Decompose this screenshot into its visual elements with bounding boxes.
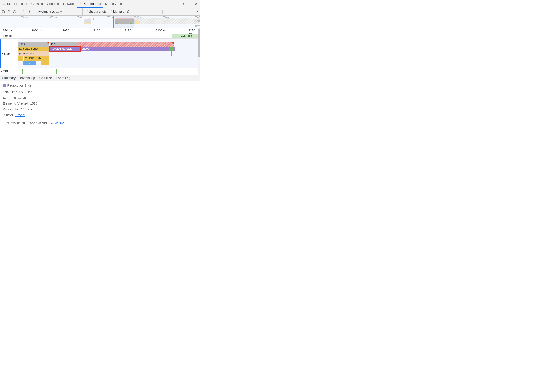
frame-chip[interactable]: 116.7 ms	[172, 34, 201, 38]
flame-bar-set-innerhtml[interactable]: set innerHTML	[24, 56, 49, 61]
tabs-overflow-button[interactable]: »	[118, 2, 123, 6]
summary-key: Initiator	[3, 113, 13, 117]
capture-settings-gear-icon[interactable]	[195, 10, 199, 14]
summary-key: Total Time	[3, 90, 17, 94]
flame-bar-thin[interactable]	[171, 51, 172, 56]
main-flame-track[interactable]: Task Task Evaluate Script Recalculate St…	[18, 38, 201, 68]
screenshots-label: Screenshots	[89, 10, 107, 14]
gpu-label: GPU	[3, 70, 9, 73]
ruler-label: 2100 ms	[94, 29, 105, 32]
ruler-label: 2150 ms	[125, 29, 136, 32]
flame-bar-thin[interactable]	[174, 47, 175, 51]
overview-selection[interactable]	[113, 16, 134, 28]
checkbox-icon	[85, 10, 88, 13]
clear-icon[interactable]	[13, 10, 16, 14]
btab-call-tree[interactable]: Call Tree	[39, 75, 52, 81]
frames-track: Frames 116.7 ms	[0, 33, 201, 38]
btab-summary[interactable]: Summary	[2, 75, 16, 81]
kebab-menu-icon[interactable]	[188, 2, 192, 6]
recording-select-value: jlwagner.net #1	[38, 10, 59, 14]
gpu-track: GPU	[0, 68, 201, 75]
initiator-reveal-link[interactable]: Reveal	[15, 113, 25, 117]
flame-bar-task[interactable]: Task	[18, 42, 49, 47]
summary-value: 19 µs	[18, 96, 26, 100]
svg-point-6	[190, 3, 190, 3]
close-devtools-icon[interactable]	[195, 2, 198, 6]
btab-event-log[interactable]: Event Log	[56, 75, 70, 81]
summary-key: Self Time	[3, 96, 16, 100]
summary-title-text: Recalculate Style	[7, 84, 32, 87]
record-button[interactable]	[2, 10, 5, 14]
flame-bar-long-task[interactable]	[78, 42, 174, 47]
svg-point-8	[190, 5, 190, 5]
tab-console[interactable]: Console	[29, 0, 45, 8]
settings-gear-icon[interactable]	[182, 2, 185, 6]
details-tabs: Summary Bottom-Up Call Tree Event Log	[0, 75, 201, 81]
flame-bar-task[interactable]: Task	[50, 42, 78, 47]
first-inv-location-link[interactable]: VM262:1	[55, 121, 68, 125]
tab-performance[interactable]: Performance	[77, 0, 103, 8]
inspect-tools	[0, 0, 12, 8]
overview-mask-left	[0, 16, 113, 28]
reload-record-icon[interactable]	[7, 10, 11, 14]
flame-bar-evaluate-script[interactable]: Evaluate Script	[18, 47, 49, 51]
summary-key: Elements Affected	[3, 102, 28, 105]
divider	[19, 9, 19, 14]
tab-network[interactable]: Network	[61, 0, 77, 8]
main-track: Main Task Task Evaluate Script Recalcula…	[0, 38, 201, 68]
gpu-event[interactable]	[22, 69, 23, 74]
devtools-right-tools	[182, 2, 201, 6]
caret-down-icon: ▾	[60, 10, 62, 14]
warning-icon	[79, 2, 82, 6]
trash-icon[interactable]	[127, 10, 130, 14]
svg-point-7	[190, 4, 190, 4]
overview-mask-right	[134, 16, 201, 28]
tab-sources[interactable]: Sources	[45, 0, 61, 8]
flame-bar-yellow[interactable]	[18, 56, 23, 61]
summary-value: 14.5 ms	[21, 107, 32, 111]
disclosure-triangle-icon	[2, 53, 4, 55]
ruler-label: 2200 ms	[156, 29, 167, 32]
flame-bar-anonymous[interactable]: (anonymous)	[18, 51, 49, 56]
flame-bar-partial[interactable]: P…L	[23, 61, 35, 65]
disclosure-triangle-icon	[1, 71, 2, 72]
flame-bar-thin[interactable]	[173, 47, 174, 51]
flame-scrollbar[interactable]	[198, 28, 200, 75]
flame-bar-thin[interactable]	[174, 51, 174, 56]
memory-label: Memory	[113, 10, 124, 14]
inspect-element-icon[interactable]	[2, 2, 5, 6]
recording-select[interactable]: jlwagner.net #1 ▾	[38, 10, 80, 14]
time-ruler[interactable]: 1950 ms 2000 ms 2050 ms 2100 ms 2150 ms …	[0, 28, 201, 33]
svg-rect-2	[9, 3, 10, 5]
main-header[interactable]: Main	[0, 38, 18, 68]
summary-title: Recalculate Style	[3, 84, 198, 87]
frames-header[interactable]: Frames	[0, 34, 18, 37]
summary-value: 55.20 ms	[19, 90, 32, 94]
timeline-overview[interactable]: 500 ms 1000 ms 1500 ms 2000 ms 2500 ms 3…	[0, 16, 201, 28]
flame-bar-green[interactable]	[169, 47, 173, 51]
memory-checkbox[interactable]: Memory	[109, 10, 124, 14]
first-inv-fn: (anonymous)	[28, 121, 49, 125]
upload-profile-icon[interactable]	[22, 10, 26, 14]
device-toolbar-icon[interactable]	[7, 2, 11, 6]
first-inv-at: @	[51, 121, 53, 125]
download-profile-icon[interactable]	[28, 10, 31, 14]
ruler-label: 1950 ms	[1, 29, 13, 32]
ruler-label: 2000 ms	[31, 29, 43, 32]
flame-bar-recalculate-style[interactable]: Recalculate Style	[50, 47, 81, 51]
gpu-event[interactable]	[56, 69, 57, 74]
flame-bar-yellow[interactable]	[41, 61, 49, 65]
btab-bottom-up[interactable]: Bottom-Up	[20, 75, 35, 81]
flame-bar-layout[interactable]: Layout	[81, 47, 169, 51]
divider	[162, 9, 163, 14]
scrollbar-thumb[interactable]	[198, 28, 200, 57]
svg-point-10	[197, 11, 198, 12]
first-invalidated-value: (anonymous) @ VM262:1	[28, 121, 68, 125]
flame-chart: 1950 ms 2000 ms 2050 ms 2100 ms 2150 ms …	[0, 28, 201, 75]
tab-elements[interactable]: Elements	[12, 0, 29, 8]
tab-memory[interactable]: Memory	[103, 0, 118, 8]
screenshots-checkbox[interactable]: Screenshots	[85, 10, 107, 14]
svg-rect-4	[80, 4, 81, 4]
gpu-header[interactable]: GPU	[0, 70, 18, 73]
svg-point-5	[183, 4, 184, 4]
